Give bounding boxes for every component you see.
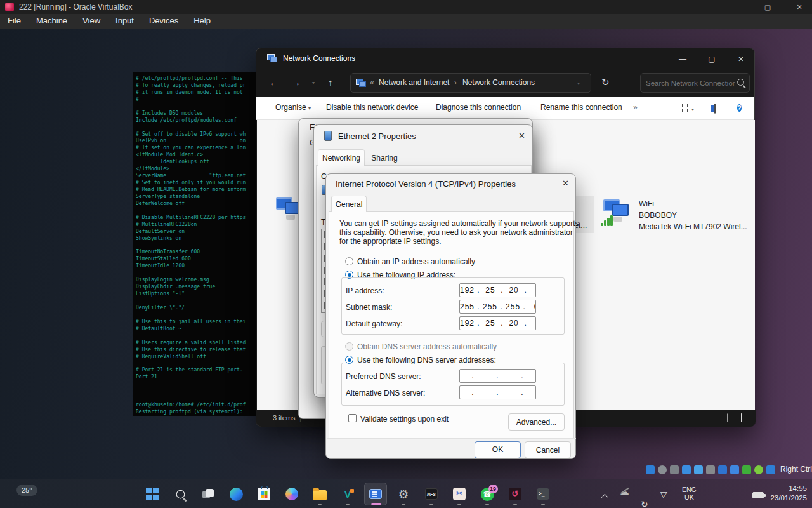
task-view-button[interactable]	[197, 483, 219, 505]
terminal-line: # DefaultRoot ~	[136, 326, 257, 333]
default-gateway-field[interactable]	[459, 316, 536, 330]
recent-locations-icon[interactable]: ▾	[312, 80, 315, 86]
ip-address-field[interactable]	[459, 283, 536, 297]
properties-dialog-close-icon[interactable]: ✕	[518, 131, 525, 140]
validate-checkbox-label[interactable]: Validate settings upon exit	[360, 415, 449, 424]
vbox-maximize-button[interactable]: ▢	[755, 0, 780, 14]
address-bar[interactable]: « Network and Internet › Network Connect…	[350, 73, 591, 93]
terminal-line: # Disable MultilineRFC2228 per https	[136, 215, 257, 222]
weather-widget[interactable]: 25°	[16, 485, 37, 496]
organise-button[interactable]: Organise ▾	[275, 103, 311, 112]
terminal-line	[136, 381, 257, 388]
terminal-window[interactable]: # /etc/proftpd/proftpd.conf -- This# To …	[133, 72, 257, 416]
help-icon[interactable]: ?	[737, 103, 742, 114]
terminal-line: TimeoutStalled 600	[136, 256, 257, 263]
wifi-adapter-tile[interactable]: WiFi BOBOBOY MediaTek Wi-Fi MT7902 Wirel…	[599, 195, 752, 234]
terminal-line: # If set on you can experience a lon	[136, 145, 257, 152]
up-icon[interactable]: ↑	[328, 77, 333, 88]
terminal-button[interactable]: >_	[532, 483, 554, 505]
network-connections-taskbar-button[interactable]	[364, 483, 387, 505]
usb-icon	[694, 465, 703, 474]
subnet-mask-field[interactable]	[459, 300, 536, 314]
terminal-icon: >_	[537, 488, 549, 500]
terminal-line: ServerType standalone	[136, 194, 257, 201]
mouse-integration-icon	[754, 465, 763, 474]
whatsapp-button[interactable]: ☎19	[476, 483, 499, 505]
rename-connection-button[interactable]: Rename this connection	[540, 103, 622, 112]
breadcrumb-prefix[interactable]: «	[370, 78, 374, 87]
advanced-button[interactable]: Advanced...	[508, 413, 565, 431]
virtualbox-taskbar-button[interactable]: ↺	[504, 483, 527, 505]
disable-device-button[interactable]: Disable this network device	[326, 103, 418, 112]
details-view-icon[interactable]	[727, 414, 728, 422]
network-connections-app-icon	[369, 489, 382, 499]
preview-pane-icon[interactable]	[714, 104, 716, 113]
preferred-dns-field[interactable]	[459, 369, 536, 383]
address-dropdown-icon[interactable]: ▾	[577, 81, 580, 86]
alternative-dns-field[interactable]	[459, 385, 536, 399]
store-button[interactable]	[252, 483, 275, 505]
breadcrumb-network-and-internet[interactable]: Network and Internet	[379, 78, 449, 87]
terminal-line: # it runs in daemon mode. It is not	[136, 90, 257, 97]
wifi-device: MediaTek Wi-Fi MT7902 Wirel...	[639, 222, 747, 231]
vbox-menu-item[interactable]: File	[0, 14, 29, 27]
vbox-minimize-button[interactable]: –	[723, 0, 749, 14]
explorer-titlebar[interactable]: Network Connections — ▢ ✕	[256, 48, 756, 70]
terminal-line: DisplayChdir .message true	[136, 284, 257, 291]
icons-view-icon[interactable]	[741, 414, 742, 422]
copilot-button[interactable]	[280, 483, 303, 505]
forward-icon[interactable]: →	[291, 77, 301, 88]
vbox-menu-item[interactable]: Input	[108, 14, 141, 27]
terminal-line: Restarting proftpd (via systemctl):	[136, 409, 257, 416]
vbox-menu-item[interactable]: View	[75, 14, 108, 27]
tab-general[interactable]: General	[331, 196, 367, 212]
start-button[interactable]	[141, 483, 164, 505]
diagnose-connection-button[interactable]: Diagnose this connection	[436, 103, 521, 112]
search-icon	[176, 490, 185, 498]
explorer-minimize-button[interactable]: —	[668, 48, 697, 70]
ipv4-intro-line2: this capability. Otherwise, you need to …	[339, 228, 573, 237]
validate-checkbox[interactable]	[348, 414, 357, 422]
tab-sharing[interactable]: Sharing	[367, 150, 402, 166]
terminal-line: #	[136, 97, 257, 104]
view-layout-caret-icon[interactable]: ▾	[691, 107, 694, 112]
tray-expand-button[interactable]	[601, 490, 606, 502]
taskbar-clock[interactable]: 14:55 23/01/2025	[760, 484, 807, 503]
view-layout-icon[interactable]	[679, 104, 688, 112]
vbox-close-button[interactable]: ✕	[787, 0, 812, 14]
terminal-line: # Users require a valid shell listed	[136, 340, 257, 347]
explorer-maximize-button[interactable]: ▢	[697, 48, 726, 70]
terminal-line: </IfModule>	[136, 166, 257, 173]
terminal-line: # Includes DSO modules	[136, 110, 257, 117]
keyboard-capture-icon	[766, 465, 775, 474]
vbox-menu-item[interactable]: Help	[186, 14, 218, 27]
nearby-share-icon[interactable]: ▷	[661, 487, 667, 498]
scissors-icon: ✂	[453, 488, 466, 500]
tab-networking[interactable]: Networking	[318, 149, 365, 166]
edge-button[interactable]	[225, 483, 247, 505]
ipv4-intro-line3: for the appropriate IP settings.	[339, 237, 442, 246]
search-box[interactable]	[640, 73, 750, 93]
cancel-button[interactable]: Cancel	[525, 441, 571, 458]
teal-app-button[interactable]: V	[336, 483, 359, 505]
search-input[interactable]	[646, 76, 735, 90]
radio-obtain-ip[interactable]	[345, 257, 353, 265]
wifi-adapter-icon	[603, 199, 632, 225]
ok-button[interactable]: OK	[475, 441, 521, 458]
snipping-tool-button[interactable]: ✂	[448, 483, 471, 505]
toolbar-overflow-button[interactable]: »	[633, 103, 638, 112]
refresh-icon[interactable]: ↻	[601, 77, 610, 88]
language-indicator[interactable]: ENG UK	[682, 486, 697, 501]
settings-button[interactable]: ⚙	[392, 483, 415, 505]
vbox-menu-item[interactable]: Devices	[141, 14, 186, 27]
ipv4-dialog-close-icon[interactable]: ✕	[562, 178, 569, 188]
back-icon[interactable]: ←	[269, 77, 278, 88]
explorer-close-button[interactable]: ✕	[726, 48, 756, 70]
vbox-menu-item[interactable]: Machine	[29, 14, 75, 27]
terminal-line: # Read README.Debian for more inform	[136, 187, 257, 194]
radio-obtain-ip-label[interactable]: Obtain an IP address automatically	[357, 257, 475, 266]
nfs-app-button[interactable]: NFS	[420, 483, 443, 505]
taskbar-search-button[interactable]	[169, 483, 192, 505]
breadcrumb-network-connections[interactable]: Network Connections	[462, 78, 535, 87]
file-explorer-button[interactable]	[308, 483, 331, 505]
